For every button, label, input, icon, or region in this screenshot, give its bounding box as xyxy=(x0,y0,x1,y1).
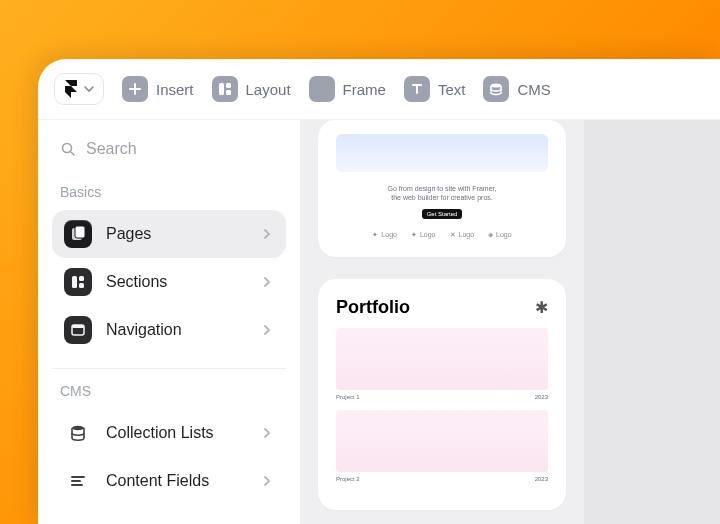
hero-graphic xyxy=(336,134,548,172)
thumbnail xyxy=(336,410,548,472)
svg-rect-2 xyxy=(226,90,231,95)
chevron-right-icon xyxy=(260,275,274,289)
svg-rect-0 xyxy=(219,83,224,95)
canvas-pages: Go from design to site with Framer, the … xyxy=(300,120,584,524)
basics-section-label: Basics xyxy=(52,180,286,210)
sidebar-item-pages[interactable]: Pages xyxy=(52,210,286,258)
logo-row: ✦ Logo ✦ Logo ✕ Logo ◈ Logo xyxy=(336,231,548,239)
logo-chip: ✕ Logo xyxy=(450,231,475,239)
layout-label: Layout xyxy=(246,81,291,98)
logo-chip: ✦ Logo xyxy=(411,231,436,239)
svg-point-4 xyxy=(63,144,72,153)
app-menu-button[interactable] xyxy=(54,73,104,105)
portfolio-item: Project 12023 xyxy=(336,328,548,400)
svg-rect-7 xyxy=(72,276,77,288)
search-input[interactable]: Search xyxy=(52,134,286,164)
framer-logo-icon xyxy=(63,80,79,98)
insert-label: Insert xyxy=(156,81,194,98)
svg-rect-11 xyxy=(72,325,84,328)
toolbar: Insert Layout Frame Text CMS xyxy=(38,59,720,119)
pages-icon xyxy=(64,220,92,248)
sidebar-item-label: Content Fields xyxy=(106,472,246,490)
insert-button[interactable]: Insert xyxy=(122,76,194,102)
sidebar-item-content-fields[interactable]: Content Fields xyxy=(52,457,286,505)
sidebar-item-sections[interactable]: Sections xyxy=(52,258,286,306)
chevron-down-icon xyxy=(83,83,95,95)
sidebar-item-label: Navigation xyxy=(106,321,246,339)
search-placeholder: Search xyxy=(86,140,137,158)
portfolio-title: Portfolio xyxy=(336,297,410,318)
gear-icon: ✱ xyxy=(535,298,548,317)
logo-chip: ✦ Logo xyxy=(372,231,397,239)
app-window: Insert Layout Frame Text CMS Search Basi… xyxy=(38,59,720,524)
divider xyxy=(52,368,286,369)
svg-point-3 xyxy=(491,84,501,88)
svg-rect-8 xyxy=(79,276,84,281)
sidebar-item-label: Sections xyxy=(106,273,246,291)
fields-icon xyxy=(64,467,92,495)
text-label: Text xyxy=(438,81,466,98)
search-icon xyxy=(60,141,76,157)
portfolio-item: Project 22023 xyxy=(336,410,548,482)
collection-icon xyxy=(64,419,92,447)
hero-text: Go from design to site with Framer, the … xyxy=(336,184,548,203)
svg-rect-6 xyxy=(75,226,85,238)
chevron-right-icon xyxy=(260,474,274,488)
layout-icon xyxy=(212,76,238,102)
preview-card-hero[interactable]: Go from design to site with Framer, the … xyxy=(318,120,566,257)
svg-rect-1 xyxy=(226,83,231,88)
logo-chip: ◈ Logo xyxy=(488,231,512,239)
database-icon xyxy=(483,76,509,102)
frame-icon xyxy=(309,76,335,102)
svg-rect-9 xyxy=(79,283,84,288)
sidebar: Search Basics Pages Sections Navigation … xyxy=(38,120,300,524)
text-button[interactable]: Text xyxy=(404,76,466,102)
preview-card-portfolio[interactable]: Portfolio ✱ Project 12023 Project 22023 xyxy=(318,279,566,510)
svg-point-12 xyxy=(72,426,84,430)
frame-button[interactable]: Frame xyxy=(309,76,386,102)
plus-icon xyxy=(122,76,148,102)
cms-label: CMS xyxy=(517,81,550,98)
sidebar-item-label: Collection Lists xyxy=(106,424,246,442)
sidebar-item-navigation[interactable]: Navigation xyxy=(52,306,286,354)
layout-button[interactable]: Layout xyxy=(212,76,291,102)
sections-icon xyxy=(64,268,92,296)
thumbnail xyxy=(336,328,548,390)
cms-button[interactable]: CMS xyxy=(483,76,550,102)
sidebar-item-collection-lists[interactable]: Collection Lists xyxy=(52,409,286,457)
frame-label: Frame xyxy=(343,81,386,98)
sidebar-item-label: Pages xyxy=(106,225,246,243)
cms-section-label: CMS xyxy=(52,379,286,409)
hero-cta-button: Get Started xyxy=(422,209,463,219)
chevron-right-icon xyxy=(260,426,274,440)
chevron-right-icon xyxy=(260,323,274,337)
canvas: Go from design to site with Framer, the … xyxy=(300,120,720,524)
body: Search Basics Pages Sections Navigation … xyxy=(38,119,720,524)
canvas-right-gutter xyxy=(584,120,720,524)
text-icon xyxy=(404,76,430,102)
chevron-right-icon xyxy=(260,227,274,241)
navigation-icon xyxy=(64,316,92,344)
